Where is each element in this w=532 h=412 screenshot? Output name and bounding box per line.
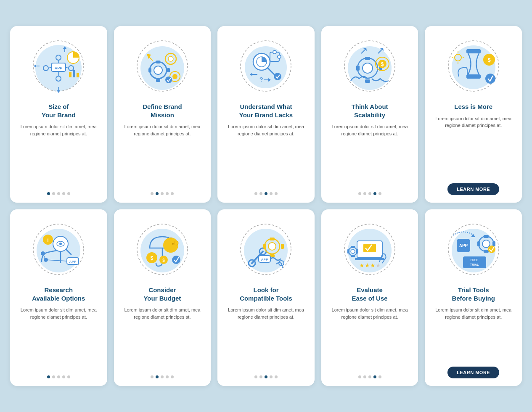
dot-4 (270, 192, 273, 195)
svg-text:FREE: FREE (470, 259, 478, 261)
card-body-trial-tools: Lorem ipsum dolor sit dim amet, mea regi… (431, 306, 515, 361)
dot-3 (57, 375, 60, 378)
svg-rect-141 (477, 241, 480, 246)
card-dots-think-scalability (358, 192, 381, 195)
illustration-size-brand: APP (27, 34, 90, 98)
dot-5 (378, 375, 381, 378)
svg-text:TRIAL: TRIAL (470, 263, 479, 266)
learn-more-button-1[interactable]: LEARN MORE (447, 183, 499, 195)
card-compatible-tools: APP Look for Compatible Tools Lorem ipsu… (217, 209, 315, 386)
svg-rect-57 (356, 66, 360, 71)
svg-rect-56 (365, 79, 370, 83)
card-body-evaluate-ease: Lorem ipsum dolor sit dim amet, mea regi… (328, 306, 412, 370)
svg-rect-130 (347, 249, 349, 254)
svg-point-127 (351, 249, 355, 254)
dot-1 (151, 375, 154, 378)
card-dots-consider-budget (151, 375, 174, 378)
dot-3 (161, 192, 164, 195)
card-title-define-brand-mission: Define Brand Mission (143, 103, 182, 119)
learn-more-button-2[interactable]: LEARN MORE (447, 367, 499, 378)
card-size-brand: APP (10, 26, 107, 203)
card-define-brand-mission: Define Brand Mission Lorem ipsum dolor s… (114, 26, 211, 203)
svg-rect-131 (356, 249, 358, 254)
dot-2 (363, 375, 366, 378)
dot-4 (62, 192, 65, 195)
card-body-understand-brand-lacks: Lorem ipsum dolor sit dim amet, mea regi… (224, 123, 308, 186)
dot-2 (52, 375, 55, 378)
card-title-trial-tools: Trial Tools Before Buying (452, 286, 495, 302)
card-think-scalability: $ Think About Scalability Lorem ipsum do… (321, 26, 418, 203)
card-body-size-brand: Lorem ipsum dolor sit dim amet, mea regi… (17, 123, 101, 186)
card-body-less-is-more: Lorem ipsum dolor sit dim amet, mea regi… (431, 115, 515, 178)
card-body-research-options: Lorem ipsum dolor sit dim amet, mea regi… (17, 306, 101, 370)
svg-point-34 (165, 77, 172, 83)
svg-rect-129 (351, 255, 355, 257)
dot-3 (265, 192, 267, 195)
dot-3 (368, 375, 371, 378)
svg-rect-112 (263, 244, 266, 249)
svg-rect-139 (484, 235, 489, 238)
dot-2 (259, 192, 262, 195)
card-title-less-is-more: Less is More (454, 103, 492, 111)
svg-rect-26 (156, 61, 160, 63)
svg-rect-69 (466, 74, 481, 79)
svg-point-54 (363, 63, 373, 73)
dot-5 (275, 375, 278, 378)
dot-1 (254, 192, 257, 195)
illustration-think-scalability: $ (338, 34, 401, 98)
illustration-evaluate-ease: ★ ★ ★ ★ (338, 218, 401, 281)
dot-1 (254, 375, 257, 378)
illustration-define-brand-mission (131, 34, 194, 98)
svg-point-138 (482, 240, 490, 248)
svg-point-31 (168, 56, 173, 61)
dot-5 (67, 375, 70, 378)
svg-rect-28 (148, 68, 151, 72)
dot-5 (275, 192, 278, 195)
illustration-consider-budget: $ $ (131, 218, 194, 281)
svg-marker-21 (57, 90, 60, 93)
svg-rect-68 (466, 49, 481, 53)
svg-point-98 (172, 243, 174, 245)
svg-text:i: i (47, 237, 49, 243)
svg-rect-17 (77, 73, 79, 77)
svg-rect-128 (351, 246, 355, 248)
card-title-compatible-tools: Look for Compatible Tools (240, 286, 292, 302)
illustration-understand-brand-lacks: ? (234, 34, 297, 98)
dot-1 (47, 375, 50, 378)
dot-1 (151, 192, 154, 195)
svg-rect-113 (281, 244, 284, 249)
dot-4 (62, 375, 65, 378)
svg-text:?: ? (259, 76, 263, 83)
dot-2 (156, 375, 159, 378)
dot-2 (363, 192, 366, 195)
card-body-consider-budget: Lorem ipsum dolor sit dim amet, mea regi… (121, 306, 204, 370)
svg-point-25 (154, 66, 162, 74)
dot-1 (358, 192, 361, 195)
card-body-compatible-tools: Lorem ipsum dolor sit dim amet, mea regi… (224, 306, 308, 370)
svg-point-49 (274, 73, 281, 80)
dot-3 (57, 192, 60, 195)
svg-text:★: ★ (365, 262, 370, 269)
svg-point-22 (140, 46, 184, 90)
svg-rect-16 (73, 70, 75, 77)
dot-4 (166, 192, 169, 195)
svg-text:★: ★ (376, 262, 381, 269)
card-title-size-brand: Size of Your Brand (42, 103, 76, 119)
svg-text:APP: APP (55, 66, 63, 70)
svg-point-96 (174, 241, 178, 245)
dot-4 (373, 192, 376, 195)
illustration-less-is-more: $ (442, 34, 505, 98)
svg-rect-29 (167, 68, 170, 72)
svg-text:$: $ (487, 57, 491, 63)
svg-text:$: $ (162, 258, 165, 263)
dot-4 (166, 375, 169, 378)
card-less-is-more: $ Less is More Lorem ipsum dolor sit dim… (425, 26, 522, 203)
dot-3 (368, 192, 371, 195)
card-dots-compatible-tools (254, 375, 278, 378)
dot-3 (161, 375, 164, 378)
illustration-compatible-tools: APP (234, 218, 297, 281)
dot-5 (67, 192, 70, 195)
card-title-research-options: Research Available Options (32, 286, 85, 302)
svg-point-33 (172, 74, 177, 79)
svg-point-43 (273, 50, 276, 54)
